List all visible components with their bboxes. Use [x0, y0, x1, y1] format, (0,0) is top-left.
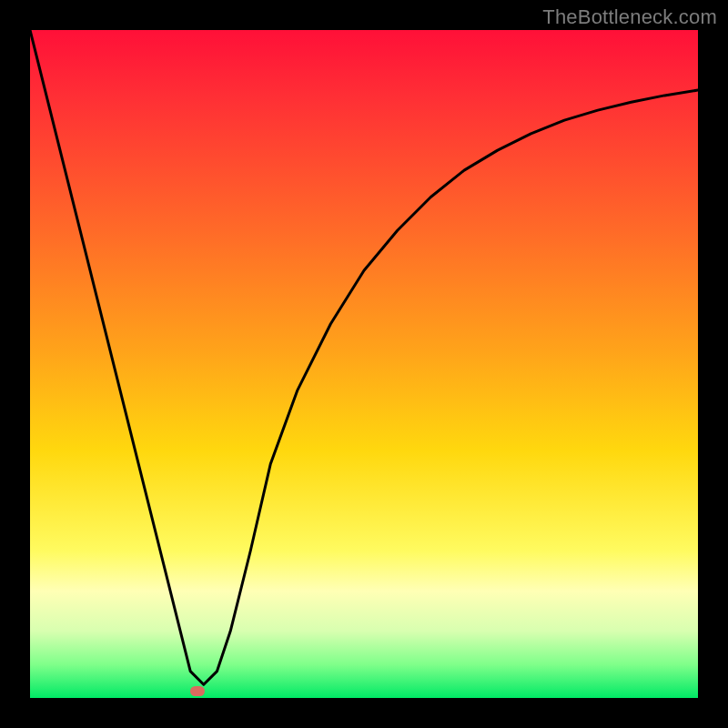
watermark-text: TheBottleneck.com: [542, 5, 717, 29]
plot-area: [30, 30, 698, 698]
chart-container: TheBottleneck.com: [0, 0, 728, 728]
optimal-point-marker: [190, 686, 205, 696]
bottleneck-curve: [30, 30, 698, 698]
